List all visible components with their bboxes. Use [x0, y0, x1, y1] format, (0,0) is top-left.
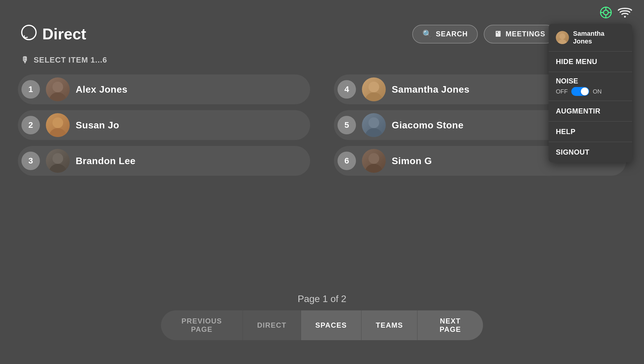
- help-item[interactable]: HELP: [549, 122, 632, 142]
- svg-rect-12: [46, 77, 70, 101]
- contact-avatar-6: [362, 149, 386, 173]
- page-title: Direct: [21, 24, 86, 44]
- select-label: 🎙 SELECT ITEM 1...6: [21, 55, 107, 65]
- svg-point-13: [365, 92, 383, 101]
- dropdown-avatar: [556, 31, 569, 44]
- contact-number-3: 3: [21, 152, 40, 170]
- contact-avatar-4: [362, 77, 386, 101]
- svg-point-20: [52, 153, 63, 164]
- contact-name-2: Susan Jo: [76, 120, 119, 131]
- mic-icon: 🎙: [21, 55, 29, 65]
- contact-avatar-2: [46, 113, 70, 137]
- svg-point-19: [49, 164, 67, 173]
- location-icon: [599, 6, 612, 21]
- meetings-button[interactable]: 🖥 MEETINGS: [484, 25, 555, 43]
- toggle-thumb: [581, 88, 589, 95]
- meetings-label: MEETINGS: [505, 30, 545, 38]
- augmentir-item[interactable]: AUGMENTIR: [549, 101, 632, 122]
- contact-avatar-3: [46, 149, 70, 173]
- svg-point-21: [365, 164, 383, 173]
- svg-point-17: [365, 128, 383, 137]
- page-indicator: Page 1 of 2: [298, 293, 346, 304]
- page-label: Page 1 of 2: [298, 293, 346, 304]
- svg-point-1: [603, 10, 608, 15]
- bottom-navigation: PREVIOUS PAGE DIRECT SPACES TEAMS NEXT P…: [161, 310, 483, 340]
- svg-point-6: [624, 16, 626, 18]
- signout-item[interactable]: SIGNOUT: [549, 142, 632, 162]
- svg-point-15: [49, 128, 67, 137]
- svg-point-7: [22, 25, 36, 40]
- spaces-tab[interactable]: SPACES: [301, 310, 362, 340]
- contact-number-6: 6: [337, 152, 356, 170]
- search-label: SEARCH: [436, 30, 468, 38]
- noise-toggle[interactable]: [571, 87, 589, 96]
- direct-tab[interactable]: DIRECT: [243, 310, 301, 340]
- contact-name-5: Giacomo Stone: [392, 120, 463, 131]
- prev-page-button[interactable]: PREVIOUS PAGE: [161, 310, 243, 340]
- contact-grid: 1 Alex Jones 4 Samantha Jones 2: [18, 74, 626, 176]
- noise-off-label: OFF: [556, 88, 568, 95]
- search-button[interactable]: 🔍 SEARCH: [412, 25, 478, 43]
- user-dropdown-menu: Samantha Jones HIDE MENU NOISE OFF ON AU…: [549, 24, 632, 162]
- contact-item-1[interactable]: 1 Alex Jones: [18, 74, 310, 104]
- contact-name-4: Samantha Jones: [392, 84, 469, 95]
- dropdown-username: Samantha Jones: [573, 30, 625, 45]
- svg-point-14: [368, 82, 379, 92]
- chat-icon: [21, 24, 37, 44]
- contact-avatar-5: [362, 113, 386, 137]
- contact-number-2: 2: [21, 116, 40, 134]
- search-icon: 🔍: [422, 29, 432, 39]
- contact-item-3[interactable]: 3 Brandon Lee: [18, 146, 310, 176]
- svg-point-23: [558, 39, 567, 44]
- contact-item-2[interactable]: 2 Susan Jo: [18, 110, 310, 140]
- meetings-icon: 🖥: [494, 29, 502, 39]
- title-text: Direct: [42, 25, 86, 43]
- noise-toggle-row: OFF ON: [556, 87, 625, 96]
- select-label-text: SELECT ITEM 1...6: [34, 55, 107, 65]
- contact-number-5: 5: [337, 116, 356, 134]
- header: Direct 🔍 SEARCH 🖥 MEETINGS Samanth...: [21, 24, 632, 44]
- contact-avatar-1: [46, 77, 70, 101]
- wifi-icon: [618, 7, 632, 20]
- dropdown-header: Samantha Jones: [549, 24, 632, 52]
- svg-point-18: [368, 117, 379, 128]
- contact-name-6: Simon G: [392, 155, 432, 167]
- noise-on-label: ON: [593, 88, 602, 95]
- svg-point-16: [52, 117, 63, 128]
- svg-point-22: [368, 153, 379, 164]
- top-bar: [599, 6, 632, 21]
- svg-point-24: [559, 33, 565, 39]
- noise-row: NOISE OFF ON: [549, 72, 632, 101]
- teams-tab[interactable]: TEAMS: [361, 310, 418, 340]
- hide-menu-item[interactable]: HIDE MENU: [549, 52, 632, 72]
- contact-name-3: Brandon Lee: [76, 155, 136, 167]
- next-page-button[interactable]: NEXT PAGE: [418, 310, 483, 340]
- contact-number-1: 1: [21, 80, 40, 99]
- contact-name-1: Alex Jones: [76, 84, 127, 95]
- contact-number-4: 4: [337, 80, 356, 99]
- noise-label: NOISE: [556, 77, 625, 85]
